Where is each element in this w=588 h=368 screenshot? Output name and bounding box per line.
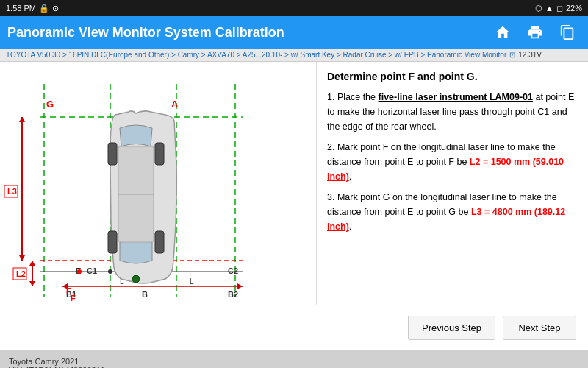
label-C2: C2 [228,266,238,275]
home-button[interactable] [490,19,516,46]
svg-point-27 [108,269,112,274]
label-G: G [46,99,54,110]
label-L-right: L [190,277,194,286]
print-button[interactable] [522,19,548,46]
vehicle-model: Toyota Camry 2021 [9,357,105,366]
calibration-diagram: G A L3 L2 E C1 C2 B1 B B2 F L L [0,62,316,305]
step1: 1. Place the five-line laser instrument … [327,90,578,134]
breadcrumb: TOYOTA V50.30 > 16PIN DLC(Europe and Oth… [0,49,588,62]
svg-rect-22 [155,231,164,253]
nav-buttons: Previous Step Next Step [0,305,588,350]
label-F-bottom: F [71,294,76,302]
time: 1:58 PM [6,4,36,13]
label-L2: L2 [16,269,26,278]
label-L3: L3 [7,187,17,196]
step1-instrument: five-line laser instrument LAM09-01 [379,92,533,102]
battery-percent: 22% [566,4,582,13]
svg-rect-19 [108,143,117,165]
status-right: ⬡ ▲ ◻ 22% [535,4,582,13]
battery-icon: ◻ [556,4,563,13]
breadcrumb-voltage: 12.31V [518,51,542,59]
status-bar: 1:58 PM 🔒 ⊙ ⬡ ▲ ◻ 22% [0,0,588,16]
label-C1: C1 [87,266,97,275]
breadcrumb-text: TOYOTA V50.30 > 16PIN DLC(Europe and Oth… [6,51,506,59]
header-icons [490,19,581,46]
instructions-title: Determine point F and point G. [327,71,578,82]
instructions-text: 1. Place the five-line laser instrument … [327,90,578,234]
info-bar: Toyota Camry 2021 VIN 4T1B61AK*M8006311 [0,350,588,368]
header-title: Panoramic View Monitor System Calibratio… [7,25,284,40]
breadcrumb-icon: ⊡ [509,51,515,59]
previous-step-button[interactable]: Previous Step [408,316,495,340]
header: Panoramic View Monitor System Calibratio… [0,16,588,49]
label-A: A [171,99,179,110]
step3-suffix: . [349,222,351,232]
svg-point-26 [77,269,82,274]
export-button[interactable] [554,19,581,46]
step3: 3. Mark point G on the longitudinal lase… [327,190,578,234]
step2-suffix: . [349,171,351,182]
label-B: B [142,290,148,299]
main-content: G A L3 L2 E C1 C2 B1 B B2 F L L [0,62,588,305]
wifi-icon: ▲ [545,4,553,13]
step1-prefix: 1. Place the [327,92,379,102]
label-L-left: L [120,277,124,286]
lock-icon: 🔒 [39,4,49,13]
status-left: 1:58 PM 🔒 ⊙ [6,4,59,13]
android-icon: ⊙ [52,4,59,13]
vehicle-info: Toyota Camry 2021 VIN 4T1B61AK*M8006311 [9,357,105,368]
svg-rect-21 [108,231,117,253]
instructions-area: Determine point F and point G. 1. Place … [316,62,588,305]
next-step-button[interactable]: Next Step [503,316,576,340]
diagram-area: G A L3 L2 E C1 C2 B1 B B2 F L L [0,62,316,305]
svg-rect-20 [155,143,164,165]
bluetooth-icon: ⬡ [535,4,542,13]
step2: 2. Mark point F on the longitudinal lase… [327,140,578,184]
svg-point-23 [132,275,140,283]
label-B2: B2 [228,290,238,299]
